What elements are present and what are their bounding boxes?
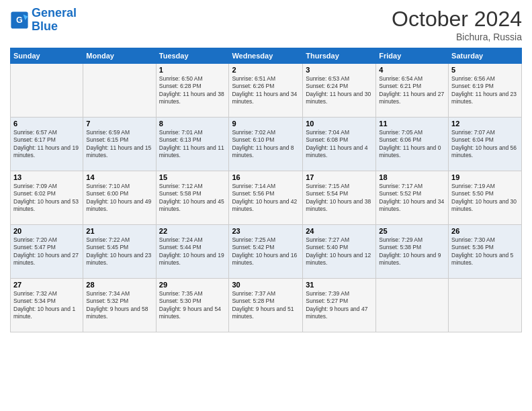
day-info: Sunrise: 7:39 AM Sunset: 5:27 PM Dayligh… xyxy=(306,290,373,321)
day-info: Sunrise: 7:04 AM Sunset: 6:08 PM Dayligh… xyxy=(306,129,373,160)
day-number: 9 xyxy=(232,120,300,128)
calendar-cell: 26Sunrise: 7:30 AM Sunset: 5:36 PM Dayli… xyxy=(449,225,522,279)
weekday-monday: Monday xyxy=(83,48,156,64)
calendar-cell: 30Sunrise: 7:37 AM Sunset: 5:28 PM Dayli… xyxy=(229,279,303,332)
day-number: 29 xyxy=(159,281,226,289)
day-info: Sunrise: 6:59 AM Sunset: 6:15 PM Dayligh… xyxy=(86,129,152,160)
day-number: 4 xyxy=(379,66,445,74)
month-title: October 2024 xyxy=(392,7,522,32)
calendar-page: G General Blue October 2024 Bichura, Rus… xyxy=(0,0,532,411)
day-info: Sunrise: 7:17 AM Sunset: 5:52 PM Dayligh… xyxy=(379,183,445,214)
svg-text:G: G xyxy=(16,15,23,25)
weekday-saturday: Saturday xyxy=(449,48,522,64)
calendar-cell: 5Sunrise: 6:56 AM Sunset: 6:19 PM Daylig… xyxy=(449,64,522,118)
calendar-cell: 7Sunrise: 6:59 AM Sunset: 6:15 PM Daylig… xyxy=(83,118,156,171)
location: Bichura, Russia xyxy=(392,32,522,42)
calendar-cell: 12Sunrise: 7:07 AM Sunset: 6:04 PM Dayli… xyxy=(449,118,522,171)
calendar-cell: 14Sunrise: 7:10 AM Sunset: 6:00 PM Dayli… xyxy=(83,171,156,225)
day-info: Sunrise: 6:53 AM Sunset: 6:24 PM Dayligh… xyxy=(306,75,373,106)
calendar-cell: 25Sunrise: 7:29 AM Sunset: 5:38 PM Dayli… xyxy=(376,225,449,279)
calendar-cell: 9Sunrise: 7:02 AM Sunset: 6:10 PM Daylig… xyxy=(229,118,303,171)
day-info: Sunrise: 7:10 AM Sunset: 6:00 PM Dayligh… xyxy=(86,183,152,214)
day-number: 28 xyxy=(86,281,152,289)
calendar-cell: 4Sunrise: 6:54 AM Sunset: 6:21 PM Daylig… xyxy=(376,64,449,118)
day-info: Sunrise: 6:50 AM Sunset: 6:28 PM Dayligh… xyxy=(159,75,226,106)
calendar-cell: 11Sunrise: 7:05 AM Sunset: 6:06 PM Dayli… xyxy=(376,118,449,171)
day-number: 19 xyxy=(451,173,519,181)
calendar-cell xyxy=(11,64,83,118)
week-row-5: 27Sunrise: 7:32 AM Sunset: 5:34 PM Dayli… xyxy=(11,279,522,332)
calendar-cell: 1Sunrise: 6:50 AM Sunset: 6:28 PM Daylig… xyxy=(156,64,229,118)
calendar-cell: 2Sunrise: 6:51 AM Sunset: 6:26 PM Daylig… xyxy=(229,64,303,118)
day-info: Sunrise: 7:14 AM Sunset: 5:56 PM Dayligh… xyxy=(232,183,300,214)
weekday-thursday: Thursday xyxy=(303,48,376,64)
calendar-cell: 6Sunrise: 6:57 AM Sunset: 6:17 PM Daylig… xyxy=(11,118,83,171)
day-number: 21 xyxy=(86,227,152,235)
day-info: Sunrise: 7:34 AM Sunset: 5:32 PM Dayligh… xyxy=(86,290,152,321)
calendar-table: SundayMondayTuesdayWednesdayThursdayFrid… xyxy=(10,48,522,332)
day-number: 5 xyxy=(451,66,519,74)
day-number: 31 xyxy=(306,281,373,289)
day-number: 10 xyxy=(306,120,373,128)
weekday-header-row: SundayMondayTuesdayWednesdayThursdayFrid… xyxy=(11,48,522,64)
logo-icon: G xyxy=(10,11,29,30)
day-number: 13 xyxy=(13,173,80,181)
day-info: Sunrise: 7:19 AM Sunset: 5:50 PM Dayligh… xyxy=(451,183,519,214)
day-number: 18 xyxy=(379,173,445,181)
logo: G General Blue xyxy=(10,7,77,34)
day-number: 8 xyxy=(159,120,226,128)
calendar-cell: 24Sunrise: 7:27 AM Sunset: 5:40 PM Dayli… xyxy=(303,225,376,279)
day-number: 11 xyxy=(379,120,445,128)
calendar-cell: 10Sunrise: 7:04 AM Sunset: 6:08 PM Dayli… xyxy=(303,118,376,171)
day-info: Sunrise: 6:54 AM Sunset: 6:21 PM Dayligh… xyxy=(379,75,445,106)
calendar-cell: 21Sunrise: 7:22 AM Sunset: 5:45 PM Dayli… xyxy=(83,225,156,279)
day-info: Sunrise: 7:12 AM Sunset: 5:58 PM Dayligh… xyxy=(159,183,226,214)
day-number: 22 xyxy=(159,227,226,235)
day-number: 16 xyxy=(232,173,300,181)
day-info: Sunrise: 7:22 AM Sunset: 5:45 PM Dayligh… xyxy=(86,236,152,267)
calendar-cell xyxy=(449,279,522,332)
calendar-cell: 3Sunrise: 6:53 AM Sunset: 6:24 PM Daylig… xyxy=(303,64,376,118)
day-number: 1 xyxy=(159,66,226,74)
logo-name: General Blue xyxy=(32,7,77,34)
calendar-cell: 28Sunrise: 7:34 AM Sunset: 5:32 PM Dayli… xyxy=(83,279,156,332)
day-info: Sunrise: 7:09 AM Sunset: 6:02 PM Dayligh… xyxy=(13,183,80,214)
day-info: Sunrise: 7:15 AM Sunset: 5:54 PM Dayligh… xyxy=(306,183,373,214)
day-info: Sunrise: 7:20 AM Sunset: 5:47 PM Dayligh… xyxy=(13,236,80,267)
day-info: Sunrise: 6:56 AM Sunset: 6:19 PM Dayligh… xyxy=(451,75,519,106)
day-number: 14 xyxy=(86,173,152,181)
weekday-tuesday: Tuesday xyxy=(156,48,229,64)
day-info: Sunrise: 7:30 AM Sunset: 5:36 PM Dayligh… xyxy=(451,236,519,267)
calendar-cell: 27Sunrise: 7:32 AM Sunset: 5:34 PM Dayli… xyxy=(11,279,83,332)
day-number: 23 xyxy=(232,227,300,235)
day-info: Sunrise: 7:24 AM Sunset: 5:44 PM Dayligh… xyxy=(159,236,226,267)
calendar-cell: 15Sunrise: 7:12 AM Sunset: 5:58 PM Dayli… xyxy=(156,171,229,225)
day-number: 7 xyxy=(86,120,152,128)
day-number: 3 xyxy=(306,66,373,74)
title-block: October 2024 Bichura, Russia xyxy=(392,7,522,42)
calendar-cell: 22Sunrise: 7:24 AM Sunset: 5:44 PM Dayli… xyxy=(156,225,229,279)
day-number: 12 xyxy=(451,120,519,128)
calendar-cell: 31Sunrise: 7:39 AM Sunset: 5:27 PM Dayli… xyxy=(303,279,376,332)
calendar-cell: 8Sunrise: 7:01 AM Sunset: 6:13 PM Daylig… xyxy=(156,118,229,171)
calendar-cell: 29Sunrise: 7:35 AM Sunset: 5:30 PM Dayli… xyxy=(156,279,229,332)
day-info: Sunrise: 6:51 AM Sunset: 6:26 PM Dayligh… xyxy=(232,75,300,106)
day-info: Sunrise: 7:25 AM Sunset: 5:42 PM Dayligh… xyxy=(232,236,300,267)
day-number: 15 xyxy=(159,173,226,181)
day-info: Sunrise: 7:32 AM Sunset: 5:34 PM Dayligh… xyxy=(13,290,80,321)
day-number: 6 xyxy=(13,120,80,128)
calendar-cell xyxy=(83,64,156,118)
weekday-friday: Friday xyxy=(376,48,449,64)
calendar-cell xyxy=(376,279,449,332)
weekday-wednesday: Wednesday xyxy=(229,48,303,64)
week-row-1: 1Sunrise: 6:50 AM Sunset: 6:28 PM Daylig… xyxy=(11,64,522,118)
calendar-cell: 20Sunrise: 7:20 AM Sunset: 5:47 PM Dayli… xyxy=(11,225,83,279)
day-number: 30 xyxy=(232,281,300,289)
day-info: Sunrise: 7:01 AM Sunset: 6:13 PM Dayligh… xyxy=(159,129,226,160)
day-number: 25 xyxy=(379,227,445,235)
day-number: 20 xyxy=(13,227,80,235)
calendar-cell: 19Sunrise: 7:19 AM Sunset: 5:50 PM Dayli… xyxy=(449,171,522,225)
day-info: Sunrise: 7:27 AM Sunset: 5:40 PM Dayligh… xyxy=(306,236,373,267)
week-row-3: 13Sunrise: 7:09 AM Sunset: 6:02 PM Dayli… xyxy=(11,171,522,225)
day-info: Sunrise: 7:07 AM Sunset: 6:04 PM Dayligh… xyxy=(451,129,519,160)
